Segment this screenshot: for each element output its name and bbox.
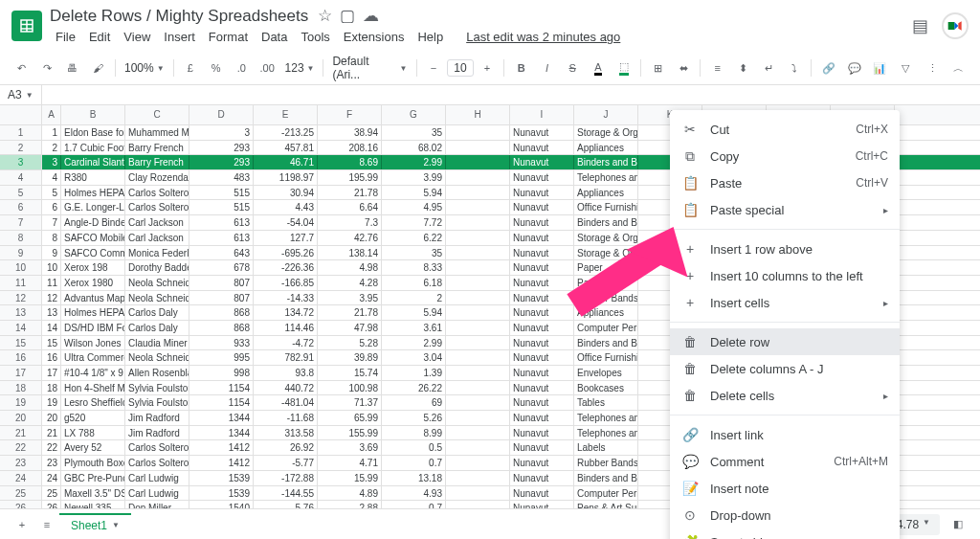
cell[interactable]: 93.8	[254, 366, 318, 380]
cell[interactable]: 1539	[189, 471, 254, 485]
cell[interactable]: 2.99	[382, 155, 446, 169]
row-header[interactable]: 7	[0, 215, 42, 230]
cell[interactable]: 5.26	[382, 411, 446, 425]
row-header[interactable]: 18	[0, 381, 42, 395]
cell[interactable]: 42.76	[318, 231, 382, 245]
menu-format[interactable]: Format	[203, 28, 254, 46]
row-header[interactable]: 8	[0, 231, 42, 245]
cell[interactable]: 2.99	[382, 336, 446, 350]
cell[interactable]: -481.04	[254, 395, 318, 410]
cell[interactable]: Jim Radford	[125, 426, 189, 440]
cell[interactable]: g520	[61, 411, 125, 425]
cell[interactable]: Carlos Daly	[125, 321, 189, 335]
cell[interactable]: -14.33	[254, 291, 318, 305]
cell[interactable]	[446, 170, 510, 185]
cell[interactable]: Carlos Soltero	[125, 200, 189, 214]
cell[interactable]: 21.78	[318, 305, 382, 320]
col-header-f[interactable]: F	[318, 105, 382, 124]
cloud-icon[interactable]: ☁	[363, 6, 379, 26]
cell[interactable]: 208.16	[318, 141, 382, 155]
cell[interactable]: -11.68	[254, 411, 318, 425]
cell[interactable]: Nunavut	[510, 336, 574, 350]
cell[interactable]: Barry French	[125, 155, 189, 169]
cell[interactable]	[446, 456, 510, 470]
cell[interactable]: Nunavut	[510, 366, 574, 380]
cell[interactable]: 3.95	[318, 291, 382, 305]
col-header-g[interactable]: G	[382, 105, 446, 124]
cell[interactable]: 3.69	[318, 440, 382, 455]
row-header[interactable]: 13	[0, 305, 42, 320]
cell[interactable]: Binders and Bind	[574, 336, 638, 350]
cell[interactable]: 2	[42, 141, 61, 155]
cell[interactable]: 1	[42, 125, 61, 140]
cell[interactable]: 678	[189, 260, 254, 275]
cell[interactable]: 13.18	[382, 471, 446, 485]
cell[interactable]: LX 788	[61, 426, 125, 440]
cell[interactable]	[446, 276, 510, 290]
cell[interactable]: 4.43	[254, 200, 318, 214]
cell[interactable]: 26.22	[382, 381, 446, 395]
decimal-dec-icon[interactable]: .0	[230, 56, 254, 80]
cell[interactable]: 6.22	[382, 231, 446, 245]
cell[interactable]: 13	[42, 305, 61, 320]
all-sheets-icon[interactable]: ≡	[34, 512, 59, 537]
cell[interactable]: Nunavut	[510, 246, 574, 260]
context-menu-item[interactable]: 🔗 Insert link	[670, 421, 900, 448]
cell[interactable]: 195.99	[318, 170, 382, 185]
cell[interactable]: R380	[61, 170, 125, 185]
cell[interactable]: 26.92	[254, 440, 318, 455]
cell[interactable]: 138.14	[318, 246, 382, 260]
cell[interactable]: 6.18	[382, 276, 446, 290]
cell[interactable]: 12	[42, 291, 61, 305]
number-format[interactable]: 123▼	[281, 61, 319, 75]
cell[interactable]	[446, 471, 510, 485]
row-header[interactable]: 23	[0, 456, 42, 470]
cell[interactable]: -695.26	[254, 246, 318, 260]
cell[interactable]: 293	[189, 141, 254, 155]
cell[interactable]	[446, 321, 510, 335]
context-menu-item[interactable]: 📋 Paste special ▸	[670, 196, 900, 223]
cell[interactable]: Angle-D Binders	[61, 215, 125, 230]
cell[interactable]: Nunavut	[510, 260, 574, 275]
col-header-a[interactable]: A	[42, 105, 61, 124]
fontsize[interactable]: 10	[447, 59, 473, 77]
row-header[interactable]: 4	[0, 170, 42, 185]
cell[interactable]: -54.04	[254, 215, 318, 230]
cell[interactable]: Carlos Soltero	[125, 186, 189, 200]
cell[interactable]: 10	[42, 260, 61, 275]
cell[interactable]: Binders and Bind	[574, 155, 638, 169]
cell[interactable]: Nunavut	[510, 155, 574, 169]
row-header[interactable]: 21	[0, 426, 42, 440]
halign-icon[interactable]: ≡	[705, 56, 729, 80]
cell[interactable]: 5.28	[318, 336, 382, 350]
row-header[interactable]: 25	[0, 486, 42, 501]
row-header[interactable]: 16	[0, 350, 42, 365]
bold-icon[interactable]: B	[509, 56, 533, 80]
cell[interactable]	[446, 291, 510, 305]
cell[interactable]: 995	[189, 350, 254, 365]
col-header-i[interactable]: I	[510, 105, 574, 124]
filter-icon[interactable]: ▽	[894, 56, 918, 80]
strike-icon[interactable]: S	[561, 56, 585, 80]
cell[interactable]: 3	[42, 155, 61, 169]
cell[interactable]: 515	[189, 200, 254, 214]
cell[interactable]: 5.94	[382, 186, 446, 200]
rotate-icon[interactable]: ⤵	[783, 56, 807, 80]
cell[interactable]: 440.72	[254, 381, 318, 395]
cell[interactable]: 11	[42, 276, 61, 290]
row-header[interactable]: 15	[0, 336, 42, 350]
cell[interactable]: 65.99	[318, 411, 382, 425]
row-header[interactable]: 19	[0, 395, 42, 410]
last-edit[interactable]: Last edit was 2 minutes ago	[460, 28, 626, 46]
cell[interactable]: Nunavut	[510, 440, 574, 455]
cell[interactable]: Claudia Miner	[125, 336, 189, 350]
cell[interactable]: 613	[189, 231, 254, 245]
cell[interactable]	[446, 381, 510, 395]
cell[interactable]: 18	[42, 381, 61, 395]
col-header-b[interactable]: B	[61, 105, 125, 124]
cell[interactable]: Barry French	[125, 141, 189, 155]
cell[interactable]: Holmes HEPA A	[61, 186, 125, 200]
cell[interactable]: Telephones and	[574, 411, 638, 425]
cell[interactable]: 69	[382, 395, 446, 410]
cell[interactable]: Rubber Bands	[574, 291, 638, 305]
